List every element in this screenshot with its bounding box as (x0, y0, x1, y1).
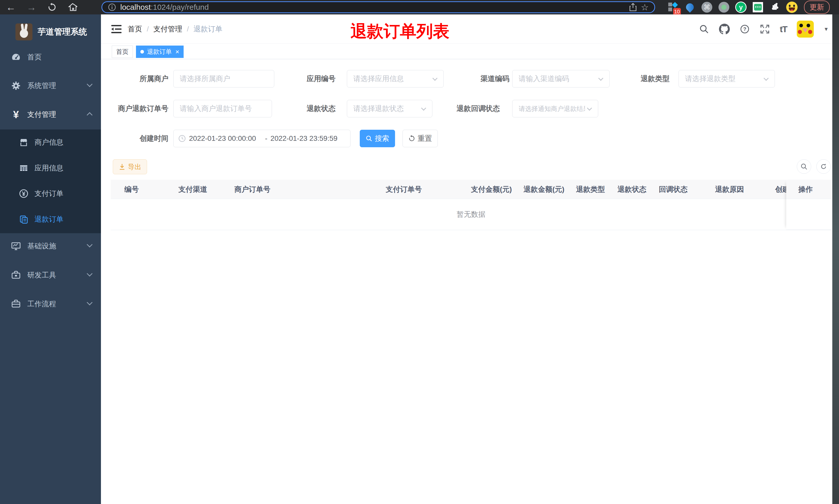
sidebar-item-workflow[interactable]: 工作流程 (0, 290, 101, 319)
col-merchant-order-no: 商户订单号 (229, 180, 381, 199)
reset-button[interactable]: 重置 (403, 130, 438, 147)
label-refund-type: 退款类型 (603, 70, 670, 88)
toggle-search-button[interactable] (797, 159, 811, 174)
clock-icon (178, 134, 186, 142)
refund-docs-icon (19, 214, 29, 224)
sidebar-toggle-icon[interactable] (110, 23, 123, 35)
refund-status-select[interactable] (347, 100, 432, 118)
extension-grid-icon[interactable]: 10 (667, 1, 679, 13)
label-callback-status: 退款回调状态 (433, 100, 500, 118)
export-button[interactable]: 导出 (113, 159, 147, 174)
help-icon[interactable]: ? (739, 24, 750, 34)
extensions-puzzle-icon[interactable] (769, 1, 781, 13)
fullscreen-icon[interactable] (760, 24, 770, 34)
avatar[interactable] (797, 21, 814, 38)
github-icon[interactable] (719, 24, 730, 35)
col-refund-amount: 退款金额(元) (518, 180, 571, 199)
extension-command-icon[interactable]: ⌘ (701, 1, 713, 13)
table-header-row: 编号 支付渠道 商户订单号 支付订单号 支付金额(元) 退款金额(元) 退款类型… (111, 180, 831, 199)
app-select[interactable] (347, 70, 444, 88)
label-create-time: 创建时间 (101, 130, 168, 147)
breadcrumb-current: 退款订单 (194, 24, 222, 34)
window-edge (832, 14, 839, 504)
tags-view-bar: 首页 退款订单 × (101, 44, 832, 59)
bookmark-star-icon[interactable]: ☆ (641, 2, 649, 12)
merchant-refund-no-input[interactable] (173, 100, 272, 118)
fixed-action-column: 操作 (786, 180, 831, 230)
col-id: 编号 (111, 180, 173, 199)
tab-refund-order[interactable]: 退款订单 × (136, 46, 184, 58)
col-pay-channel: 支付渠道 (173, 180, 229, 199)
page-content: 所属商户 应用编号 渠道编码 退款类型 商户退款订单号 (101, 59, 832, 504)
search-icon[interactable] (699, 24, 709, 34)
col-refund-status: 退款状态 (612, 180, 654, 199)
label-merchant-refund-no: 商户退款订单号 (101, 100, 168, 118)
table-grid-icon (19, 163, 29, 173)
breadcrumb: 首页 / 支付管理 / 退款订单 (128, 14, 222, 44)
sidebar-item-app-info[interactable]: 应用信息 (0, 155, 101, 181)
sidebar-item-merchant-info[interactable]: 商户信息 (0, 129, 101, 155)
browser-back-icon[interactable]: ← (4, 2, 18, 13)
date-end-value[interactable]: 2022-01-23 23:59:59 (270, 134, 340, 143)
refresh-button[interactable] (816, 159, 831, 174)
screen: ← → localhost:1024/pay/refund ☆ 10 ⌘ (0, 0, 839, 504)
caret-down-icon[interactable]: ▼ (824, 26, 829, 32)
browser-menu-icon[interactable]: ⋮ (836, 2, 839, 13)
label-merchant: 所属商户 (101, 70, 168, 88)
refund-type-select[interactable] (679, 70, 775, 88)
top-navbar: 首页 / 支付管理 / 退款订单 退款订单列表 ? (101, 14, 832, 44)
font-size-icon[interactable]: tT (780, 24, 787, 34)
navbar-actions: ? tT ▼ (699, 14, 829, 44)
search-button[interactable]: 搜索 (360, 130, 395, 147)
store-icon (19, 137, 29, 147)
app-logo: 芋道管理系统 (0, 20, 101, 44)
sidebar-item-payment[interactable]: ¥ 支付管理 (0, 100, 101, 129)
breadcrumb-home[interactable]: 首页 (128, 24, 142, 34)
browser-update-button[interactable]: 更新 (804, 1, 830, 14)
dashboard-icon (10, 52, 22, 63)
sidebar-item-dev-tools[interactable]: 研发工具 (0, 261, 101, 290)
yen-circle-icon (19, 188, 29, 199)
tab-home[interactable]: 首页 (112, 46, 133, 58)
page-annotation: 退款订单列表 (351, 20, 449, 42)
col-callback-status: 回调状态 (654, 180, 710, 199)
col-refund-type: 退款类型 (571, 180, 612, 199)
sidebar-item-home[interactable]: 首页 (0, 43, 101, 72)
browser-home-icon[interactable] (66, 2, 80, 13)
share-icon[interactable] (629, 3, 637, 12)
chevron-down-icon (87, 300, 93, 306)
create-time-range-picker[interactable]: 2022-01-23 00:00:00 - 2022-01-23 23:59:5… (173, 130, 351, 147)
label-app: 应用编号 (269, 70, 336, 88)
gear-icon (10, 80, 22, 91)
refund-table: 编号 支付渠道 商户订单号 支付订单号 支付金额(元) 退款金额(元) 退款类型… (111, 180, 831, 230)
url-bar[interactable]: localhost:1024/pay/refund ☆ (102, 1, 655, 13)
breadcrumb-payment[interactable]: 支付管理 (154, 24, 182, 34)
callback-status-select[interactable] (512, 100, 598, 118)
monitor-icon (10, 240, 22, 252)
chevron-down-icon (87, 271, 93, 277)
browser-reload-icon[interactable] (45, 2, 59, 13)
col-refund-reason: 退款原因 (710, 180, 770, 199)
sidebar-item-pay-order[interactable]: 支付订单 (0, 181, 101, 206)
channel-select[interactable] (512, 70, 610, 88)
label-channel: 渠道编码 (442, 70, 510, 88)
sidebar-item-refund-order[interactable]: 退款订单 (0, 206, 101, 232)
sidebar-item-system[interactable]: 系统管理 (0, 71, 101, 100)
date-start-value[interactable]: 2022-01-23 00:00:00 (189, 134, 262, 143)
extension-emoji-icon[interactable] (786, 1, 798, 13)
url-text: localhost:1024/pay/refund (120, 3, 209, 12)
extension-chat-icon[interactable] (752, 1, 764, 13)
browser-forward-icon[interactable]: → (24, 2, 39, 13)
sidebar-item-infrastructure[interactable]: 基础设施 (0, 232, 101, 260)
extension-yuque-icon[interactable]: y (735, 1, 747, 13)
active-tab-dot (140, 50, 144, 54)
close-icon[interactable]: × (175, 48, 179, 56)
site-info-icon[interactable] (108, 3, 116, 11)
extension-kite-icon[interactable] (684, 1, 696, 13)
merchant-select[interactable] (173, 70, 274, 88)
col-pay-order-no: 支付订单号 (381, 180, 466, 199)
extensions-row: 10 ⌘ y (667, 1, 798, 13)
sidebar: 芋道管理系统 首页 系统管理 ¥ 支付管理 商户信息 (0, 14, 101, 504)
extension-record-icon[interactable] (718, 1, 730, 13)
browser-chrome: ← → localhost:1024/pay/refund ☆ 10 ⌘ (0, 0, 839, 14)
